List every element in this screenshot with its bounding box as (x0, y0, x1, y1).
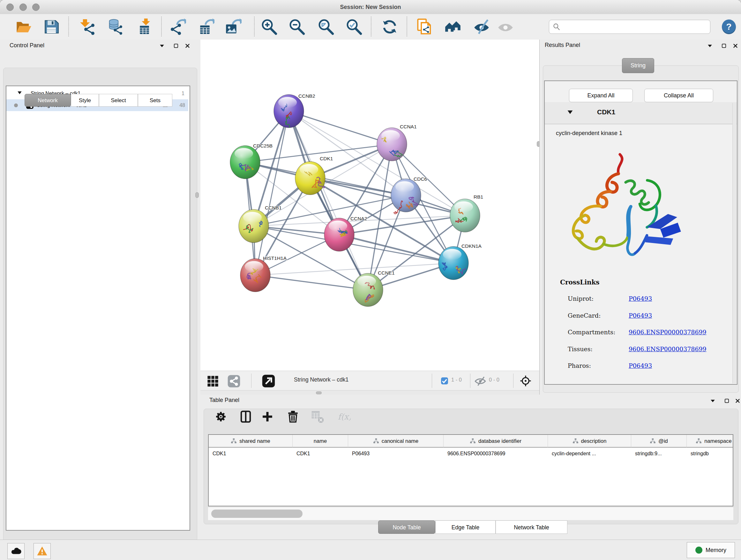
gene-section-header[interactable] (545, 102, 737, 124)
network-graph[interactable]: CCNB2CCNA1CDC25BCDK1CDC6RB1CCNB1CCNA2CDK… (200, 40, 539, 371)
open-in-window-icon[interactable] (262, 374, 275, 388)
cell-name[interactable]: CDK1 (293, 448, 348, 459)
cell-database-identifier[interactable]: 9606.ENSP00000378699 (444, 448, 548, 459)
show-columns-button[interactable] (238, 409, 254, 425)
column-header-name[interactable]: name (293, 435, 348, 448)
apply-preferred-layout-button[interactable] (381, 18, 399, 36)
node-cdc25b[interactable]: CDC25B (230, 143, 273, 179)
panel-close-icon[interactable] (183, 42, 192, 50)
export-table-button[interactable] (197, 18, 215, 36)
node-ccne1[interactable]: CCNE1 (353, 270, 395, 307)
column-header-database-identifier[interactable]: database identifier (444, 435, 548, 448)
export-image-button[interactable] (224, 18, 242, 36)
scrollbar-thumb[interactable] (211, 509, 302, 518)
column-header-shared-name[interactable]: shared name (209, 435, 293, 448)
tab-edge-table[interactable]: Edge Table (435, 520, 495, 534)
column-header-label: namespace (704, 438, 731, 444)
help-button[interactable]: ? (722, 19, 736, 34)
panel-menu-icon[interactable] (709, 396, 717, 405)
node-table[interactable]: shared nameCDK1nameCDK1canonical nameP06… (208, 434, 733, 506)
crosslink-label: Compartments: (568, 328, 616, 335)
network-thumbnail-icon[interactable] (227, 374, 241, 388)
tab-select[interactable]: Select (99, 94, 138, 107)
crosslink-link[interactable]: P06493 (629, 362, 652, 369)
magnifier-minus-icon (288, 18, 305, 35)
edge-hist1h1a-ccne1[interactable] (255, 275, 368, 290)
save-session-button[interactable] (43, 18, 60, 36)
table-options-button[interactable] (213, 409, 229, 425)
delete-columns-button[interactable] (285, 409, 301, 425)
hide-selected-button[interactable] (473, 18, 490, 36)
node-rb1[interactable]: RB1 (450, 194, 483, 232)
tree-expander-icon[interactable] (17, 90, 23, 97)
panel-float-icon[interactable] (720, 42, 728, 50)
tab-network-table[interactable]: Network Table (495, 520, 567, 534)
panel-close-icon[interactable] (731, 42, 739, 50)
edge-ccnb2-ccne1[interactable] (289, 111, 368, 290)
open-session-button[interactable] (15, 18, 32, 36)
splitter-grip[interactable] (316, 391, 322, 394)
selected-checkbox-icon[interactable] (441, 377, 448, 385)
export-network-button[interactable] (169, 18, 187, 36)
crosslink-link[interactable]: P06493 (629, 312, 652, 319)
zoom-in-button[interactable] (260, 18, 278, 36)
fit-selected-crosshair-icon[interactable] (520, 375, 532, 387)
node-cdc6[interactable]: CDC6 (391, 176, 427, 214)
column-header-namespace[interactable]: namespace (687, 435, 733, 448)
table-h-scrollbar[interactable] (208, 507, 733, 520)
section-expander-icon[interactable] (567, 109, 573, 117)
create-column-button[interactable] (259, 409, 275, 425)
column-header-canonical-name[interactable]: canonical name (348, 435, 444, 448)
column-header-description[interactable]: description (548, 435, 631, 448)
import-table-from-file-button[interactable] (136, 18, 154, 36)
left-splitter-grip[interactable] (195, 192, 199, 198)
tab-string[interactable]: String (622, 58, 654, 73)
memory-button[interactable]: Memory (687, 542, 735, 558)
edge-ccnb2-ccna1[interactable] (289, 111, 392, 144)
node-ccnb2[interactable]: CCNB2 (274, 93, 315, 128)
results-scrollbar[interactable] (732, 103, 737, 383)
select-first-neighbors-button[interactable] (444, 18, 462, 36)
panel-close-icon[interactable] (733, 396, 741, 405)
tab-node-table[interactable]: Node Table (378, 520, 435, 534)
zoom-selected-button[interactable] (345, 18, 363, 36)
node-ccnb1[interactable]: CCNB1 (239, 205, 282, 243)
crosslink-link[interactable]: P06493 (629, 295, 652, 302)
expand-all-button[interactable]: Expand All (569, 89, 633, 102)
node-label-ccnb1: CCNB1 (265, 205, 282, 210)
panel-menu-icon[interactable] (158, 42, 166, 50)
node-cdkn1a[interactable]: CDKN1A (439, 243, 482, 280)
columns-icon (239, 410, 253, 423)
crosslink-link[interactable]: 9606.ENSP00000378699 (629, 328, 706, 335)
grid-view-icon[interactable] (207, 375, 219, 387)
cell--id[interactable]: stringdb:9... (631, 448, 687, 459)
tab-network[interactable]: Network (24, 94, 71, 107)
floppy-save-icon (43, 18, 60, 35)
cloud-status-button[interactable] (7, 543, 24, 559)
collapse-all-button[interactable]: Collapse All (644, 89, 713, 102)
cell-namespace[interactable]: stringdb (687, 448, 733, 459)
panel-float-icon[interactable] (172, 42, 180, 50)
column-header--id[interactable]: @id (631, 435, 687, 448)
tab-style[interactable]: Style (71, 94, 99, 107)
cell-shared-name[interactable]: CDK1 (209, 448, 293, 459)
crosslink-link[interactable]: 9606.ENSP00000378699 (629, 346, 706, 353)
search-field[interactable] (549, 20, 711, 34)
search-input[interactable] (563, 23, 707, 30)
zoom-out-button[interactable] (288, 18, 306, 36)
selected-count: 1 - 0 (451, 377, 462, 383)
import-network-from-file-button[interactable] (79, 18, 97, 36)
panel-float-icon[interactable] (723, 396, 731, 405)
warnings-button[interactable] (33, 543, 51, 559)
panel-menu-icon[interactable] (705, 42, 714, 50)
zoom-fit-button[interactable] (317, 18, 335, 36)
cell-canonical-name[interactable]: P06493 (348, 448, 444, 459)
cell-description[interactable]: cyclin-dependent ... (548, 448, 631, 459)
node-ccna1[interactable]: CCNA1 (377, 124, 417, 161)
network-canvas[interactable]: CCNB2CCNA1CDC25BCDK1CDC6RB1CCNB1CCNA2CDK… (200, 40, 539, 371)
edge-ccnb2-hist1h1a[interactable] (255, 111, 289, 275)
tab-sets[interactable]: Sets (138, 94, 172, 107)
import-network-from-database-button[interactable] (106, 18, 124, 36)
new-network-from-selection-button[interactable] (416, 18, 434, 36)
trash-icon (286, 410, 300, 423)
